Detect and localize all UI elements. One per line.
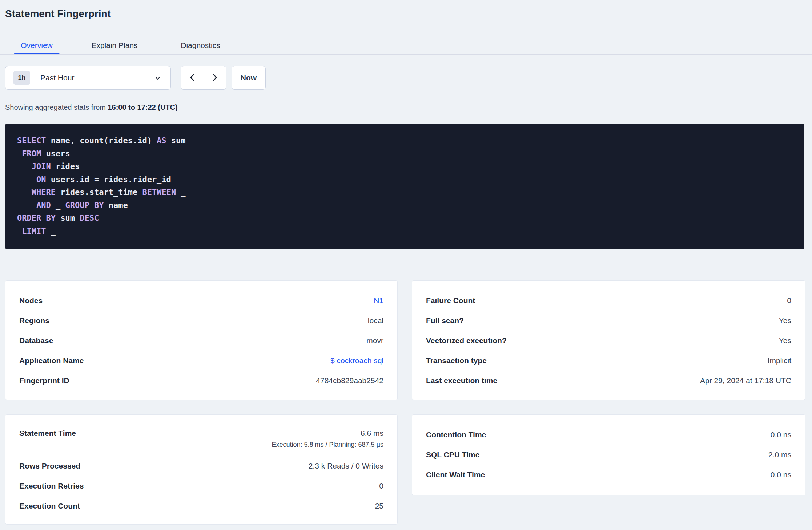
execution-attributes-card: Failure Count 0 Full scan? Yes Vectorize… <box>412 280 805 400</box>
contention-time-label: Contention Time <box>426 430 486 439</box>
vectorized-label: Vectorized execution? <box>426 336 507 345</box>
detail-row-statement-time: Statement Time 6.6 ms Execution: 5.8 ms … <box>19 425 383 456</box>
detail-row-contention-time: Contention Time 0.0 ns <box>426 425 791 445</box>
tab-bar: Overview Explain Plans Diagnostics <box>0 36 812 55</box>
database-label: Database <box>19 336 53 345</box>
aggregated-stats-prefix: Showing aggregated stats from <box>5 103 108 111</box>
chevron-left-icon <box>188 73 196 83</box>
last-execution-value: Apr 29, 2024 at 17:18 UTC <box>700 376 791 385</box>
now-button[interactable]: Now <box>232 66 266 90</box>
aggregated-stats-range: 16:00 to 17:22 (UTC) <box>108 103 177 111</box>
detail-row-sql-cpu-time: SQL CPU Time 2.0 ms <box>426 445 791 465</box>
statement-time-value: 6.6 ms <box>361 429 383 438</box>
detail-row-fingerprint-id: Fingerprint ID 4784cb829aab2542 <box>19 370 383 390</box>
execution-count-value: 25 <box>375 502 383 510</box>
detail-row-execution-count: Execution Count 25 <box>19 496 383 516</box>
sql-statement-box: SELECT name, count(rides.id) AS sum FROM… <box>5 124 804 249</box>
statement-time-label: Statement Time <box>19 429 76 438</box>
detail-row-execution-retries: Execution Retries 0 <box>19 476 383 496</box>
nodes-label: Nodes <box>19 296 43 305</box>
chevron-down-icon <box>154 75 161 83</box>
fingerprint-id-value: 4784cb829aab2542 <box>316 376 383 385</box>
statement-time-card: Statement Time 6.6 ms Execution: 5.8 ms … <box>5 414 398 525</box>
tab-explain-plans-label: Explain Plans <box>91 41 137 50</box>
failure-count-label: Failure Count <box>426 296 475 305</box>
last-execution-label: Last execution time <box>426 376 497 385</box>
detail-row-application-name: Application Name $ cockroach sql <box>19 350 383 370</box>
application-name-link[interactable]: $ cockroach sql <box>330 356 383 365</box>
sql-cpu-time-value: 2.0 ms <box>768 450 791 459</box>
transaction-type-value: Implicit <box>768 356 791 365</box>
application-name-label: Application Name <box>19 356 84 365</box>
time-range-label: Past Hour <box>40 73 74 82</box>
tab-explain-plans[interactable]: Explain Plans <box>84 36 145 55</box>
vectorized-value: Yes <box>779 336 791 345</box>
rows-processed-label: Rows Processed <box>19 462 80 470</box>
tab-overview-label: Overview <box>21 41 53 50</box>
page-title: Statement Fingerprint <box>5 8 111 20</box>
detail-row-failure-count: Failure Count 0 <box>426 290 791 310</box>
nodes-link[interactable]: N1 <box>374 296 383 305</box>
detail-row-transaction-type: Transaction type Implicit <box>426 350 791 370</box>
detail-row-last-execution: Last execution time Apr 29, 2024 at 17:1… <box>426 370 791 390</box>
sql-cpu-time-label: SQL CPU Time <box>426 450 479 459</box>
execution-retries-label: Execution Retries <box>19 482 84 490</box>
database-value: movr <box>366 336 383 345</box>
execution-retries-value: 0 <box>379 482 383 490</box>
fingerprint-id-label: Fingerprint ID <box>19 376 69 385</box>
detail-row-rows-processed: Rows Processed 2.3 k Reads / 0 Writes <box>19 456 383 476</box>
statement-fingerprint-page: Statement Fingerprint Overview Explain P… <box>0 0 812 530</box>
full-scan-value: Yes <box>779 316 791 325</box>
time-window-arrows <box>181 66 226 90</box>
failure-count-value: 0 <box>787 296 791 305</box>
tab-overview[interactable]: Overview <box>14 36 60 55</box>
regions-label: Regions <box>19 316 49 325</box>
tab-diagnostics[interactable]: Diagnostics <box>173 36 228 55</box>
statement-time-breakdown: Execution: 5.8 ms / Planning: 687.5 µs <box>272 441 383 449</box>
detail-row-client-wait-time: Client Wait Time 0.0 ns <box>426 465 791 485</box>
full-scan-label: Full scan? <box>426 316 464 325</box>
detail-row-vectorized: Vectorized execution? Yes <box>426 330 791 350</box>
chevron-right-icon <box>211 73 219 83</box>
execution-count-label: Execution Count <box>19 502 80 510</box>
client-wait-time-label: Client Wait Time <box>426 470 485 479</box>
detail-row-database: Database movr <box>19 330 383 350</box>
aggregated-stats-line: Showing aggregated stats from 16:00 to 1… <box>5 103 178 112</box>
client-wait-time-value: 0.0 ns <box>771 470 791 479</box>
detail-row-nodes: Nodes N1 <box>19 290 383 310</box>
statement-details-card: Nodes N1 Regions local Database movr App… <box>5 280 398 400</box>
contention-time-value: 0.0 ns <box>771 430 791 439</box>
tabs-divider <box>0 54 812 55</box>
time-range-selector[interactable]: 1h Past Hour <box>5 66 171 90</box>
regions-value: local <box>368 316 383 325</box>
detail-row-full-scan: Full scan? Yes <box>426 310 791 330</box>
contention-card: Contention Time 0.0 ns SQL CPU Time 2.0 … <box>412 414 805 495</box>
prev-time-window-button[interactable] <box>181 66 204 89</box>
detail-row-regions: Regions local <box>19 310 383 330</box>
transaction-type-label: Transaction type <box>426 356 487 365</box>
next-time-window-button[interactable] <box>204 66 226 89</box>
tab-diagnostics-label: Diagnostics <box>181 41 220 50</box>
rows-processed-value: 2.3 k Reads / 0 Writes <box>309 462 383 470</box>
time-range-badge: 1h <box>13 71 30 85</box>
